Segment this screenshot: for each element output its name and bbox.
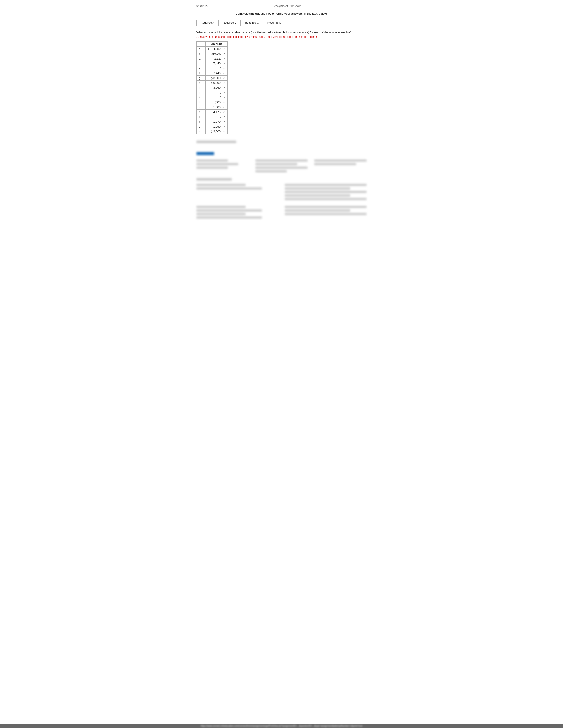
amount-value: 0 <box>220 115 221 118</box>
amounts-table: Amount a.$(4,080) ✓b.350,000 ✓c.2,220 ✓d… <box>196 41 227 134</box>
row-amount: (4,176) ✓ <box>205 110 227 114</box>
check-icon: ✓ <box>223 130 225 133</box>
check-icon: ✓ <box>223 111 225 113</box>
amount-value: (49,000) <box>211 130 221 133</box>
table-row: r.(49,000) ✓ <box>197 129 227 134</box>
row-amount: (3,860) ✓ <box>205 85 227 90</box>
table-row: i.(3,860) ✓ <box>197 85 227 90</box>
row-amount: (1,090) ✓ <box>205 124 227 129</box>
tab-required-d[interactable]: Required D <box>263 20 286 26</box>
col-amount: Amount <box>205 42 227 47</box>
amount-value: (3,860) <box>212 86 221 89</box>
check-icon: ✓ <box>223 86 225 89</box>
row-amount: $(4,080) ✓ <box>205 47 227 51</box>
tab-bar: Required A Required B Required C Require… <box>196 20 367 26</box>
table-row: d.(7,440) ✓ <box>197 61 227 66</box>
table-row: q.(1,090) ✓ <box>197 124 227 129</box>
table-row: c.2,220 ✓ <box>197 56 227 61</box>
row-label: i. <box>197 85 205 90</box>
row-label: m. <box>197 105 205 110</box>
table-row: l.(600) ✓ <box>197 100 227 105</box>
row-label: e. <box>197 66 205 71</box>
row-label: g. <box>197 76 205 81</box>
row-label: q. <box>197 124 205 129</box>
table-row: o.0 ✓ <box>197 114 227 119</box>
tab-required-b[interactable]: Required B <box>218 20 241 26</box>
check-icon: ✓ <box>223 62 225 65</box>
table-row: e.0 ✓ <box>197 66 227 71</box>
row-amount: 0 ✓ <box>205 114 227 119</box>
table-row: a.$(4,080) ✓ <box>197 47 227 51</box>
amount-value: (7,440) <box>212 62 221 65</box>
table-row: m.(1,080) ✓ <box>197 105 227 110</box>
tab-required-c[interactable]: Required C <box>241 20 263 26</box>
row-amount: (49,000) ✓ <box>205 129 227 134</box>
row-amount: (23,800) ✓ <box>205 76 227 81</box>
page-title: Assignment Print View <box>208 4 367 8</box>
table-row: f.(7,440) ✓ <box>197 71 227 76</box>
question-note-text: (Negative amounts should be indicated by… <box>196 35 367 38</box>
row-amount: (30,000) ✓ <box>205 81 227 85</box>
check-icon: ✓ <box>223 48 225 50</box>
row-amount: 0 ✓ <box>205 66 227 71</box>
table-row: h.(30,000) ✓ <box>197 81 227 85</box>
amount-value: 0 <box>220 67 221 70</box>
amount-value: (4,176) <box>212 110 221 114</box>
row-amount: 0 ✓ <box>205 95 227 100</box>
amount-value: (4,080) <box>212 47 221 51</box>
question-main-text: What amount will increase taxable income… <box>196 31 367 34</box>
check-icon: ✓ <box>223 91 225 94</box>
row-amount: (7,440) ✓ <box>205 61 227 66</box>
row-amount: (1,870) ✓ <box>205 119 227 124</box>
check-icon: ✓ <box>223 120 225 123</box>
check-icon: ✓ <box>223 116 225 118</box>
table-row: b.350,000 ✓ <box>197 51 227 56</box>
row-label: k. <box>197 95 205 100</box>
amount-value: (600) <box>215 101 221 104</box>
amount-value: (1,090) <box>212 125 221 128</box>
check-icon: ✓ <box>223 67 225 70</box>
dollar-sign: $ <box>208 47 209 51</box>
amount-value: (7,440) <box>212 71 221 75</box>
table-row: p.(1,870) ✓ <box>197 119 227 124</box>
row-label: b. <box>197 51 205 56</box>
row-label: r. <box>197 129 205 134</box>
tab-required-a[interactable]: Required A <box>196 20 218 26</box>
row-amount: 2,220 ✓ <box>205 56 227 61</box>
amount-value: 0 <box>220 91 221 94</box>
row-amount: 350,000 ✓ <box>205 51 227 56</box>
amount-value: (23,800) <box>211 76 221 80</box>
amount-value: 2,220 <box>214 57 222 60</box>
row-label: n. <box>197 110 205 114</box>
table-row: g.(23,800) ✓ <box>197 76 227 81</box>
check-icon: ✓ <box>223 57 225 60</box>
row-label: a. <box>197 47 205 51</box>
row-amount: (1,080) ✓ <box>205 105 227 110</box>
blurred-content <box>196 141 367 220</box>
check-icon: ✓ <box>223 101 225 104</box>
table-row: k.0 ✓ <box>197 95 227 100</box>
row-label: p. <box>197 119 205 124</box>
amount-value: 350,000 <box>211 52 221 55</box>
row-label: d. <box>197 61 205 66</box>
table-row: j.0 ✓ <box>197 90 227 95</box>
row-label: c. <box>197 56 205 61</box>
amount-value: (1,080) <box>212 105 221 109</box>
instruction-text: Complete this question by entering your … <box>196 12 367 15</box>
row-label: l. <box>197 100 205 105</box>
row-label: o. <box>197 114 205 119</box>
check-icon: ✓ <box>223 125 225 128</box>
col-label <box>197 42 205 47</box>
check-icon: ✓ <box>223 53 225 55</box>
row-amount: 0 ✓ <box>205 90 227 95</box>
check-icon: ✓ <box>223 72 225 75</box>
check-icon: ✓ <box>223 106 225 109</box>
row-label: h. <box>197 81 205 85</box>
row-amount: (7,440) ✓ <box>205 71 227 76</box>
amount-value: 0 <box>220 96 221 99</box>
page-date: 9/20/2020 <box>196 4 208 8</box>
amount-value: (1,870) <box>212 120 221 123</box>
check-icon: ✓ <box>223 77 225 79</box>
row-label: j. <box>197 90 205 95</box>
page-header: 9/20/2020 Assignment Print View <box>196 4 367 8</box>
